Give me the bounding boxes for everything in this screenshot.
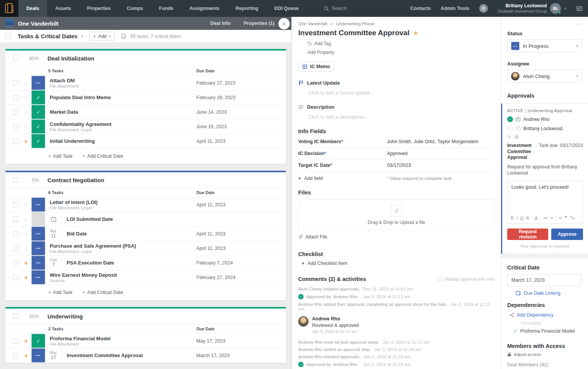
request-revision-button[interactable]: Request revision: [507, 229, 548, 240]
search-input[interactable]: [332, 6, 389, 11]
notification-badge[interactable]: 0: [479, 4, 488, 13]
status-block-progress[interactable]: •••: [31, 76, 45, 90]
row-checkbox[interactable]: [13, 353, 18, 358]
close-panel-button[interactable]: ✕: [278, 18, 290, 29]
approve-button[interactable]: Approve: [551, 229, 583, 240]
row-checkbox[interactable]: [13, 231, 18, 237]
add-field-button[interactable]: + Add field: [298, 176, 387, 181]
status-block-progress[interactable]: •••: [31, 198, 45, 212]
nav-tab-assets[interactable]: Assets: [47, 0, 79, 17]
row-checkbox[interactable]: [13, 217, 18, 222]
approval-filter-checkbox[interactable]: [438, 277, 442, 281]
deal-tab[interactable]: Deal Info: [211, 21, 231, 26]
sidebar-menu-icon[interactable]: ⋯: [507, 21, 582, 27]
star-icon[interactable]: ★: [23, 138, 29, 144]
user-avatar[interactable]: BL: [550, 3, 561, 14]
nav-contacts[interactable]: Contacts: [410, 6, 431, 11]
adjust-access-button[interactable]: Adjust access: [507, 352, 582, 357]
dealpath-logo[interactable]: [0, 0, 18, 17]
star-icon[interactable]: ☆: [23, 231, 29, 237]
section-checkbox[interactable]: [13, 56, 18, 61]
nav-tab-properties[interactable]: Properties: [79, 0, 119, 17]
breadcrumb-deal[interactable]: One Vanderbilt: [298, 21, 327, 26]
format-❞-button[interactable]: ❞: [565, 215, 567, 220]
nav-tab-ddi-queue[interactable]: DDI Queue: [266, 0, 307, 17]
critical-date-row[interactable]: ☆•••Apr11Bid DateApril 11, 2023: [5, 227, 286, 241]
pencil-icon[interactable]: ✎: [507, 134, 511, 140]
add-dependency-button[interactable]: Add Dependency: [510, 312, 582, 318]
description-placeholder[interactable]: Click to add a description...: [308, 114, 495, 120]
approval-comment-input[interactable]: Looks good. Let's proceed!: [508, 181, 583, 215]
breadcrumb[interactable]: One Vanderbilt > Underwriting Phase: [298, 21, 495, 26]
star-icon[interactable]: ☆: [23, 202, 29, 208]
status-block-done[interactable]: ✓: [31, 334, 45, 348]
row-checkbox[interactable]: [13, 124, 18, 129]
row-checkbox[interactable]: [13, 275, 18, 280]
task-star-icon[interactable]: ★: [413, 29, 418, 37]
select-all-checkbox[interactable]: [5, 34, 11, 39]
row-checkbox[interactable]: [13, 246, 18, 251]
list-title-caret-icon[interactable]: ▾: [81, 34, 83, 38]
assignee-select[interactable]: Alvin Cheng ▾: [507, 70, 582, 83]
row-checkbox[interactable]: [13, 80, 18, 86]
task-row[interactable]: ☆•••Purchase and Sale Agreement (PSA)Fil…: [5, 241, 286, 256]
row-checkbox[interactable]: [13, 95, 18, 100]
row-checkbox[interactable]: [13, 338, 18, 344]
star-icon[interactable]: ☆: [23, 95, 29, 101]
task-row[interactable]: ☆•••Letter of Intent (LOI)File Attachmen…: [5, 198, 286, 212]
latest-update-placeholder[interactable]: Click to add a recent update...: [308, 90, 495, 96]
section-checkbox[interactable]: [13, 177, 18, 183]
critical-date-input[interactable]: March 17, 2023: [507, 274, 582, 286]
nav-tab-assignments[interactable]: Assignments: [181, 0, 228, 17]
status-block-done[interactable]: ✓: [31, 90, 45, 104]
nav-tab-deals[interactable]: Deals: [18, 0, 47, 17]
row-checkbox[interactable]: [13, 139, 18, 144]
row-checkbox[interactable]: [13, 260, 18, 266]
row-checkbox[interactable]: [13, 109, 18, 115]
dependency-item[interactable]: ✓ Proforma Financial Model: [513, 328, 582, 334]
add-add-critical-date-button[interactable]: +Add Critical Date: [83, 153, 123, 159]
stamp-icon[interactable]: [514, 134, 519, 139]
add-add-critical-date-button[interactable]: +Add Critical Date: [83, 290, 123, 295]
star-icon[interactable]: ★: [23, 260, 29, 266]
add-add-task-button[interactable]: +Add Task: [48, 153, 73, 159]
status-block-progress[interactable]: •••: [31, 256, 45, 270]
star-icon[interactable]: ☆: [23, 124, 29, 130]
task-row[interactable]: ★✓Initial UnderwritingApril 11, 2023: [5, 134, 286, 149]
ic-memo-button[interactable]: IC Memo: [298, 62, 334, 72]
row-checkbox[interactable]: [13, 202, 18, 207]
approval-comment-box[interactable]: Looks good. Let's proceed! BIUSA≔≡∞❞Tx: [507, 181, 583, 224]
task-row[interactable]: ☆✓Populate Deal Intro MemoFebruary 28, 2…: [5, 90, 286, 105]
nav-tab-reporting[interactable]: Reporting: [228, 0, 266, 17]
critical-date-row[interactable]: ☆–LOI Submitted Date: [5, 212, 286, 227]
star-icon[interactable]: ★: [23, 274, 29, 281]
status-block-progress[interactable]: •••: [31, 241, 45, 255]
star-icon[interactable]: ☆: [23, 245, 29, 251]
deal-thumbnail[interactable]: [5, 19, 14, 28]
status-block-progress[interactable]: •••: [31, 348, 45, 362]
approval-filter[interactable]: Display approval info only: [438, 277, 495, 281]
format-≔-button[interactable]: ≔: [544, 215, 548, 220]
format-a-button[interactable]: A: [535, 216, 538, 220]
format-≡-button[interactable]: ≡: [550, 216, 553, 220]
task-report-icon[interactable]: [121, 33, 126, 39]
attach-file-button[interactable]: Attach File: [298, 234, 495, 240]
format-s-button[interactable]: S: [526, 216, 529, 220]
star-icon[interactable]: ☆: [23, 80, 29, 86]
section-checkbox[interactable]: [13, 313, 18, 319]
star-icon[interactable]: ☆: [23, 216, 29, 222]
file-dropzone[interactable]: Drag & Drop to Upload a file: [298, 199, 495, 231]
format-i-button[interactable]: I: [516, 216, 518, 220]
format-u-button[interactable]: U: [520, 216, 523, 220]
task-row[interactable]: ☆•••Attach OMFile AttachmentFebruary 27,…: [5, 76, 286, 90]
star-icon[interactable]: ★: [23, 338, 29, 344]
status-select[interactable]: ••• In Progress ▾: [507, 39, 582, 52]
status-block-done[interactable]: ✓: [31, 105, 45, 119]
add-tag-button[interactable]: Add Tag: [307, 41, 495, 46]
status-block-progress[interactable]: •••: [31, 270, 45, 284]
add-add-task-button[interactable]: +Add Task: [48, 290, 73, 295]
info-field-value[interactable]: 03/17/2023: [387, 163, 411, 168]
due-date-linking-button[interactable]: Due Date Linking: [516, 291, 582, 296]
breadcrumb-phase[interactable]: Underwriting Phase: [336, 21, 374, 26]
add-button[interactable]: + Add ▾: [89, 32, 114, 41]
